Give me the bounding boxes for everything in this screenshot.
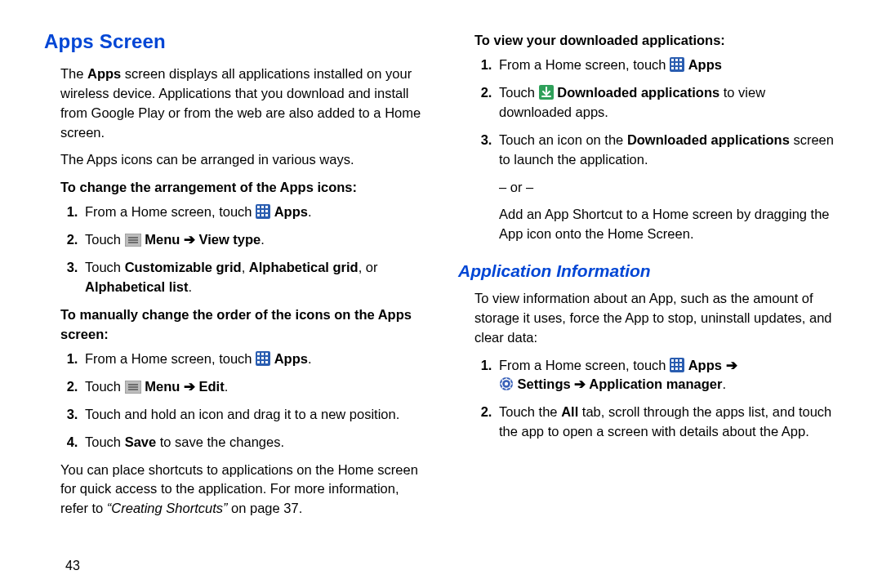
svg-rect-31	[679, 59, 682, 61]
svg-rect-7	[257, 214, 260, 216]
subheading-manual-order: To manually change the order of the icon…	[44, 305, 427, 345]
svg-rect-6	[265, 210, 268, 212]
svg-rect-1	[257, 206, 260, 208]
list-item: Touch Menu ➔ Edit.	[82, 377, 427, 397]
app-info-intro: To view information about an App, such a…	[458, 289, 841, 348]
left-column: Apps Screen The Apps screen displays all…	[44, 28, 427, 572]
svg-rect-36	[675, 67, 678, 69]
intro-paragraph-1: The Apps screen displays all application…	[44, 65, 427, 143]
list-application-information: From a Home screen, touch Apps ➔ Setting…	[458, 356, 841, 443]
svg-rect-37	[679, 67, 682, 69]
page-number: 43	[65, 556, 80, 575]
heading-apps-screen: Apps Screen	[44, 28, 427, 56]
svg-point-59	[505, 382, 508, 385]
svg-rect-33	[675, 63, 678, 65]
svg-rect-23	[265, 361, 268, 363]
svg-rect-30	[675, 59, 678, 61]
list-item: From a Home screen, touch Apps.	[82, 203, 427, 222]
list-item: Touch an icon on the Downloaded applicat…	[496, 131, 841, 170]
apps-grid-icon	[256, 204, 270, 219]
list-item: Touch Save to save the changes.	[82, 433, 427, 452]
menu-icon	[125, 381, 141, 394]
svg-rect-20	[265, 357, 268, 359]
settings-gear-icon	[499, 376, 514, 391]
svg-rect-32	[671, 63, 674, 65]
svg-rect-22	[261, 361, 264, 363]
svg-rect-2	[261, 206, 264, 208]
shortcut-paragraph: You can place shortcuts to applications …	[44, 461, 427, 519]
svg-rect-40	[671, 359, 674, 362]
apps-grid-icon	[256, 351, 270, 366]
svg-rect-3	[265, 206, 268, 208]
download-icon	[539, 85, 554, 100]
svg-rect-43	[671, 363, 674, 366]
svg-rect-45	[679, 363, 682, 366]
svg-rect-48	[679, 368, 682, 370]
svg-rect-47	[675, 368, 678, 370]
svg-rect-46	[671, 368, 674, 370]
list-item: Touch Customizable grid, Alphabetical gr…	[82, 258, 427, 297]
intro-paragraph-2: The Apps icons can be arranged in variou…	[44, 150, 427, 170]
list-item: From a Home screen, touch Apps	[496, 56, 841, 75]
list-item: Touch the All tab, scroll through the ap…	[496, 403, 841, 442]
list-item: Touch and hold an icon and drag it to a …	[82, 405, 427, 425]
subheading-view-downloaded: To view your downloaded applications:	[458, 31, 841, 51]
svg-rect-34	[679, 63, 682, 65]
after-or-paragraph: Add an App Shortcut to a Home screen by …	[458, 205, 841, 244]
menu-icon	[125, 234, 141, 247]
list-item: Touch Downloaded applications to view do…	[496, 83, 841, 122]
svg-rect-44	[675, 363, 678, 366]
list-item: From a Home screen, touch Apps ➔ Setting…	[496, 356, 841, 395]
svg-rect-29	[671, 59, 674, 61]
right-column: To view your downloaded applications: Fr…	[458, 28, 841, 572]
svg-rect-35	[671, 67, 674, 69]
apps-grid-icon	[670, 358, 684, 372]
svg-rect-19	[261, 357, 264, 359]
heading-application-information: Application Information	[458, 259, 841, 283]
svg-rect-4	[257, 210, 260, 212]
or-separator: – or –	[458, 178, 841, 198]
svg-rect-9	[265, 214, 268, 216]
list-view-downloaded: From a Home screen, touch Apps Touch Dow…	[458, 56, 841, 170]
svg-rect-5	[261, 210, 264, 212]
svg-rect-42	[679, 359, 682, 362]
svg-rect-41	[675, 359, 678, 362]
list-item: Touch Menu ➔ View type.	[82, 230, 427, 250]
svg-rect-15	[257, 353, 260, 355]
apps-grid-icon	[670, 57, 684, 72]
list-item: From a Home screen, touch Apps.	[82, 350, 427, 369]
svg-rect-8	[261, 214, 264, 216]
subheading-change-arrangement: To change the arrangement of the Apps ic…	[44, 178, 427, 198]
list-manual-order: From a Home screen, touch Apps. Touch Me…	[44, 350, 427, 452]
svg-rect-21	[257, 361, 260, 363]
list-change-arrangement: From a Home screen, touch Apps. Touch Me…	[44, 203, 427, 297]
svg-rect-17	[265, 353, 268, 355]
svg-rect-18	[257, 357, 260, 359]
svg-rect-16	[261, 353, 264, 355]
